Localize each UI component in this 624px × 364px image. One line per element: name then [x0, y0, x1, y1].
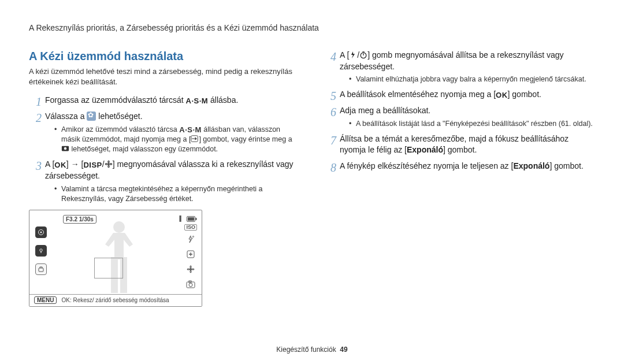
svg-point-13	[190, 268, 192, 270]
step-5-a: A beállítások elmentéséhez nyomja meg a …	[340, 90, 496, 99]
step-2-sub-c: ] gombot, vagy érintse meg a	[199, 135, 292, 143]
step-8-a: A fénykép elkészítéséhez nyomja le telje…	[340, 161, 513, 170]
svg-point-4	[108, 161, 109, 163]
step-7-c: ] gombot.	[443, 145, 477, 154]
step-number: 1	[29, 94, 42, 110]
step-7-btn: Exponáló	[407, 145, 443, 154]
timer-icon	[359, 51, 367, 59]
step-2-text-b: lehetőséget.	[96, 112, 142, 121]
step-2-sub: Amikor az üzemmód választó tárcsa A·S·M …	[45, 125, 300, 154]
step-2-sub-a: Amikor az üzemmód választó tárcsa	[61, 125, 179, 133]
lcd-bottom-text: OK: Rekesz/ záridő sebesség módosítása	[61, 297, 169, 303]
lcd-focus-icon	[187, 265, 195, 276]
page-footer: Kiegészítő funkciók 49	[0, 346, 624, 354]
lcd-left-icon-2	[35, 245, 47, 257]
step-number: 7	[324, 132, 336, 148]
step-4-c: ] gomb megnyomásával állítsa be a rekesz…	[340, 50, 564, 71]
step-number: 6	[324, 104, 336, 120]
lcd-iso-icon: ISO	[184, 224, 197, 231]
page-header: A Rekesznyílás prioritás, a Zársebesség …	[29, 23, 595, 32]
svg-rect-9	[196, 218, 197, 220]
step-3-text-b: ] → [	[66, 159, 84, 169]
svg-point-5	[108, 165, 109, 168]
svg-point-3	[107, 163, 110, 165]
svg-point-7	[110, 164, 112, 165]
svg-point-17	[192, 269, 194, 270]
back-icon	[191, 135, 199, 143]
svg-point-23	[40, 249, 42, 251]
flash-icon	[349, 51, 357, 59]
step-5: 5 A beállítások elmentéséhez nyomja meg …	[324, 89, 595, 101]
svg-point-22	[40, 231, 42, 233]
step-2: 2 Válassza a lehetőséget. Amikor az üzem…	[29, 111, 300, 154]
step-6: 6 Adja meg a beállításokat. A beállításo…	[324, 105, 595, 128]
step-number: 4	[324, 49, 336, 65]
ok-glyph: OK	[496, 90, 508, 101]
step-1-text-a: Forgassa az üzemmódválasztó tárcsát	[45, 95, 186, 105]
step-8-btn: Exponáló	[513, 161, 549, 170]
step-8: 8 A fénykép elkészítéséhez nyomja le tel…	[324, 161, 595, 172]
step-4-sub: Valamint elhúzhatja jobbra vagy balra a …	[340, 75, 595, 84]
svg-point-15	[190, 270, 191, 273]
footer-page: 49	[340, 346, 347, 354]
step-number: 3	[29, 158, 42, 174]
step-6-sub: A beállítások listáját lásd a "Fényképez…	[340, 119, 595, 129]
svg-rect-24	[39, 268, 43, 272]
disp-glyph: DISP	[83, 160, 102, 170]
battery-icon	[187, 214, 197, 224]
step-6-text: Adja meg a beállításokat.	[340, 106, 430, 115]
ok-glyph: OK	[54, 160, 66, 170]
step-number: 8	[324, 159, 336, 176]
section-intro: A kézi üzemmód lehetővé teszi mind a zár…	[29, 66, 300, 87]
svg-point-11	[193, 236, 194, 237]
step-3-text-a: A [	[45, 159, 54, 169]
lcd-focus-rect	[94, 258, 123, 278]
step-number: 5	[324, 88, 336, 104]
asm-glyph: A·S·M	[186, 96, 209, 106]
lcd-menu-badge: MENU	[34, 296, 57, 304]
rec-dot-icon: ▌	[180, 216, 183, 221]
mode-icon	[61, 144, 69, 153]
step-3: 3 A [OK] → [DISP/] megnyomásával válassz…	[29, 159, 300, 204]
step-4: 4 A [/] gomb megnyomásával állítsa be a …	[324, 50, 595, 84]
mode-m-icon	[87, 112, 96, 121]
step-1-text-b: állásba.	[208, 95, 238, 105]
svg-point-2	[64, 147, 67, 150]
step-4-a: A [	[340, 50, 349, 60]
lcd-left-icon-3	[35, 263, 47, 275]
lcd-evcomp-icon	[187, 250, 195, 261]
footer-label: Kiegészítő funkciók	[276, 346, 336, 354]
svg-point-14	[190, 266, 191, 268]
camera-lcd-illustration: F3.2 1/30s ▌ ISO	[29, 210, 202, 307]
svg-rect-10	[188, 217, 194, 221]
step-7: 7 Állítsa be a témát a keresőmezőbe, maj…	[324, 133, 595, 156]
step-3-sub: Valamint a tárcsa megtekintéséhez a képe…	[45, 184, 300, 204]
lcd-camera-icon	[186, 280, 195, 291]
lcd-exposure-badge: F3.2 1/30s	[63, 215, 96, 224]
step-8-c: ] gombot.	[549, 161, 583, 170]
lcd-flash-icon	[187, 235, 195, 246]
step-5-b: ] gombot.	[508, 90, 541, 99]
step-1: 1 Forgassa az üzemmódválasztó tárcsát A·…	[29, 95, 300, 106]
step-number: 2	[29, 110, 42, 126]
step-2-text-a: Válassza a	[45, 112, 87, 121]
svg-point-20	[189, 283, 192, 287]
step-2-sub-d: lehetőséget, majd válasszon egy üzemmódo…	[69, 145, 218, 153]
svg-point-25	[113, 221, 125, 233]
asm-glyph: A·S·M	[179, 125, 202, 135]
svg-point-6	[105, 164, 107, 165]
svg-point-16	[187, 269, 190, 270]
lcd-left-icon-1	[35, 226, 47, 238]
section-title: A Kézi üzemmód használata	[29, 50, 300, 63]
macro-icon	[105, 160, 113, 168]
